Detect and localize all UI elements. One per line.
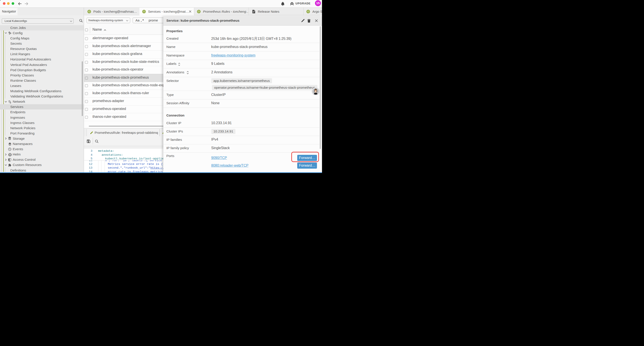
- svg-text:HELM: HELM: [8, 154, 12, 155]
